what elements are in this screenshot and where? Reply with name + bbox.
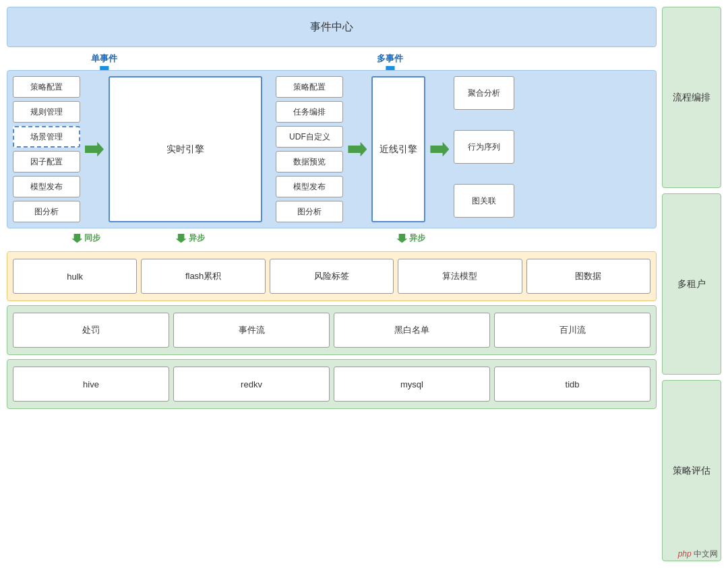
mysql-box: mysql [334, 367, 490, 402]
workflow-box: 流程编排 [662, 7, 721, 188]
event-center-label: 事件中心 [310, 20, 353, 34]
single-event-arrow-right [84, 76, 104, 222]
list-item: 数据预览 [276, 151, 343, 172]
single-event-label: 单事件 [91, 53, 117, 65]
risk-tag-box: 风险标签 [270, 259, 394, 294]
green-arrow-icon [430, 142, 449, 157]
left-area: 事件中心 单事件 多事件 [7, 7, 657, 561]
list-item: 图分析 [276, 201, 343, 222]
green-section-1: 处罚 事件流 黑白名单 百川流 [7, 305, 657, 355]
tidb-box: tidb [494, 367, 650, 402]
realtime-engine-label: 实时引擎 [166, 144, 204, 156]
sync-label: 同步 [84, 232, 100, 244]
redkv-box: redkv [173, 367, 330, 402]
green-section-2: hive redkv mysql tidb [7, 359, 657, 409]
main-container: 事件中心 单事件 多事件 [0, 0, 728, 568]
nearline-engine-label: 近线引擎 [380, 144, 417, 156]
blackwhite-box: 黑白名单 [334, 313, 490, 348]
async-arrow-icon-2 [396, 234, 407, 243]
watermark-php: php [678, 549, 692, 559]
list-item: 模型发布 [13, 176, 80, 197]
right-boxes: 聚合分析 行为序列 图关联 [454, 76, 514, 222]
blue-section: 策略配置 规则管理 场景管理 因子配置 模型发布 图分析 实时引擎 [7, 70, 657, 228]
orange-section: hulk flash累积 风险标签 算法模型 图数据 [7, 251, 657, 301]
multi-event-arrow-right [347, 76, 367, 222]
multi-event-label: 多事件 [377, 53, 403, 65]
list-item: 策略配置 [276, 76, 343, 98]
workflow-label: 流程编排 [673, 92, 710, 104]
async-label-group-1: 异步 [176, 232, 205, 244]
async-label-1: 异步 [189, 232, 205, 244]
hulk-box: hulk [13, 259, 137, 294]
event-stream-box: 事件流 [173, 313, 330, 348]
strategy-eval-box: 策略评估 [662, 380, 721, 561]
event-center-box: 事件中心 [7, 7, 657, 47]
green-arrow-icon [85, 142, 104, 157]
list-item: 图分析 [13, 201, 80, 222]
spacer [266, 76, 272, 222]
algorithm-box: 算法模型 [398, 259, 522, 294]
multi-tenant-box: 多租户 [662, 193, 721, 375]
hive-box: hive [13, 367, 169, 402]
list-item: 规则管理 [13, 101, 80, 123]
multi-event-panel: 策略配置 任务编排 UDF自定义 数据预览 模型发布 图分析 近线引擎 [276, 76, 650, 222]
punish-box: 处罚 [13, 313, 169, 348]
list-item: 任务编排 [276, 101, 343, 123]
sync-async-row: 同步 异步 异步 [7, 232, 657, 247]
list-item: 因子配置 [13, 151, 80, 172]
watermark: php 中文网 [678, 548, 718, 560]
async-arrow-icon-1 [176, 234, 187, 243]
list-item: 场景管理 [13, 126, 80, 148]
list-item: UDF自定义 [276, 126, 343, 148]
aggregate-analysis-box: 聚合分析 [454, 76, 514, 110]
list-item: 模型发布 [276, 176, 343, 197]
watermark-cn: 中文网 [694, 549, 718, 559]
graph-data-box: 图数据 [526, 259, 650, 294]
nearline-arrow-right [429, 76, 450, 222]
graph-relation-box: 图关联 [454, 184, 514, 218]
async-label-2: 异步 [409, 232, 425, 244]
multi-event-left-boxes: 策略配置 任务编排 UDF自定义 数据预览 模型发布 图分析 [276, 76, 343, 222]
strategy-eval-label: 策略评估 [673, 465, 710, 477]
behavior-sequence-box: 行为序列 [454, 130, 514, 164]
single-event-left-boxes: 策略配置 规则管理 场景管理 因子配置 模型发布 图分析 [13, 76, 80, 222]
single-event-panel: 策略配置 规则管理 场景管理 因子配置 模型发布 图分析 实时引擎 [13, 76, 262, 222]
baichuan-box: 百川流 [494, 313, 650, 348]
flash-box: flash累积 [141, 259, 265, 294]
sync-label-group: 同步 [71, 232, 100, 244]
green-arrow-icon [348, 142, 367, 157]
nearline-engine-box: 近线引擎 [371, 76, 425, 222]
async-label-group-2: 异步 [396, 232, 425, 244]
realtime-engine-box: 实时引擎 [109, 76, 262, 222]
multi-tenant-label: 多租户 [677, 278, 706, 290]
list-item: 策略配置 [13, 76, 80, 98]
blue-section-wrapper: 单事件 多事件 策略配置 规则管理 场景管理 因子配置 [7, 70, 657, 228]
right-sidebar: 流程编排 多租户 策略评估 [662, 7, 721, 561]
sync-arrow-icon [71, 234, 82, 243]
